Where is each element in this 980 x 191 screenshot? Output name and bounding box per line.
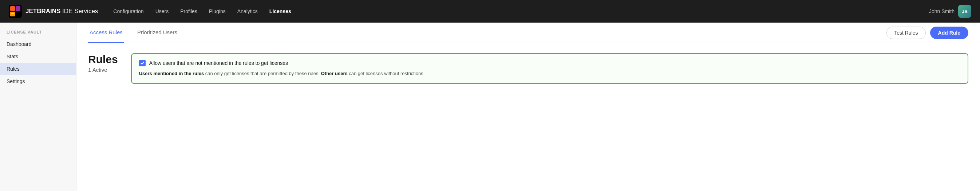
rules-content: Rules 1 Active Allow users that are not … xyxy=(76,43,980,94)
tabs-actions: Test Rules Add Rule xyxy=(886,27,968,39)
rule-card-header: Allow users that are not mentioned in th… xyxy=(139,60,960,66)
sidebar-item-label: Dashboard xyxy=(6,41,32,47)
navbar-user: John Smith JS xyxy=(929,5,971,18)
sidebar-section-label: LICENSE VAULT xyxy=(0,30,76,38)
rule-card-desc: Users mentioned in the rules can only ge… xyxy=(139,70,960,77)
rule-desc-bold2: Other users xyxy=(321,71,348,76)
rule-card: Allow users that are not mentioned in th… xyxy=(131,53,968,84)
rules-summary: Rules 1 Active xyxy=(88,53,118,73)
svg-rect-3 xyxy=(10,12,15,16)
rules-title: Rules xyxy=(88,53,118,65)
nav-licenses[interactable]: Licenses xyxy=(264,5,296,17)
navbar: JETBRAINS IDE Services Configuration Use… xyxy=(0,0,980,22)
svg-rect-2 xyxy=(16,6,21,11)
sidebar-item-label: Settings xyxy=(6,79,25,84)
avatar[interactable]: JS xyxy=(958,5,971,18)
add-rule-button[interactable]: Add Rule xyxy=(930,27,968,39)
checkmark-icon xyxy=(140,61,145,65)
brand: JETBRAINS IDE Services xyxy=(9,5,98,18)
tab-access-rules[interactable]: Access Rules xyxy=(88,22,124,43)
nav-users[interactable]: Users xyxy=(150,5,174,17)
checkbox-icon[interactable] xyxy=(139,60,146,66)
content-area: LICENSE VAULT Dashboard Stats Rules Sett… xyxy=(0,22,980,191)
tab-prioritized-users-label: Prioritized Users xyxy=(137,29,177,35)
rules-active-count: 1 Active xyxy=(88,67,118,73)
user-name: John Smith xyxy=(929,8,955,14)
rule-card-title: Allow users that are not mentioned in th… xyxy=(149,60,288,66)
brand-text: JETBRAINS IDE Services xyxy=(25,8,98,15)
nav-plugins[interactable]: Plugins xyxy=(204,5,231,17)
sidebar-item-stats[interactable]: Stats xyxy=(0,50,76,63)
test-rules-button[interactable]: Test Rules xyxy=(886,27,925,39)
tab-access-rules-label: Access Rules xyxy=(89,29,123,35)
svg-rect-4 xyxy=(11,13,14,13)
navbar-nav: Configuration Users Profiles Plugins Ana… xyxy=(108,5,929,17)
tab-prioritized-users[interactable]: Prioritized Users xyxy=(136,22,179,43)
sidebar-item-dashboard[interactable]: Dashboard xyxy=(0,38,76,50)
nav-profiles[interactable]: Profiles xyxy=(175,5,202,17)
sidebar-item-label: Rules xyxy=(6,66,20,72)
sidebar-item-label: Stats xyxy=(6,54,18,59)
rule-desc-end: can get licenses without restrictions. xyxy=(348,71,425,76)
sidebar: LICENSE VAULT Dashboard Stats Rules Sett… xyxy=(0,22,76,191)
rule-desc-bold1: Users mentioned in the rules xyxy=(139,71,204,76)
sidebar-item-settings[interactable]: Settings xyxy=(0,75,76,87)
rule-desc-mid: can only get licenses that are permitted… xyxy=(204,71,321,76)
sidebar-item-rules[interactable]: Rules xyxy=(0,63,76,75)
jetbrains-logo xyxy=(9,5,22,18)
svg-rect-1 xyxy=(10,6,15,11)
nav-analytics[interactable]: Analytics xyxy=(232,5,263,17)
tabs-bar: Access Rules Prioritized Users Test Rule… xyxy=(76,22,980,43)
nav-configuration[interactable]: Configuration xyxy=(108,5,148,17)
main-panel: Access Rules Prioritized Users Test Rule… xyxy=(76,22,980,191)
